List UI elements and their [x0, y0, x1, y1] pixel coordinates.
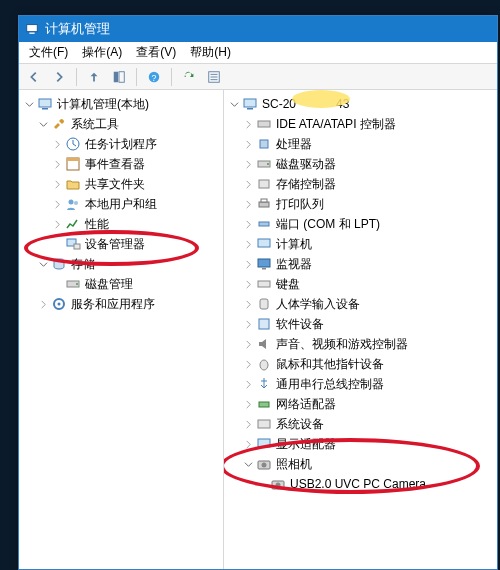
- chevron-right-icon[interactable]: [242, 198, 254, 210]
- tree-label: 通用串行总线控制器: [276, 376, 384, 393]
- device-cameras[interactable]: 照相机: [226, 454, 495, 474]
- chevron-right-icon[interactable]: [242, 318, 254, 330]
- device-storage-controllers[interactable]: 存储控制器: [226, 174, 495, 194]
- tree-label: USB2.0 UVC PC Camera: [290, 477, 426, 491]
- tree-task-scheduler[interactable]: 任务计划程序: [21, 134, 221, 154]
- device-print-queues[interactable]: 打印队列: [226, 194, 495, 214]
- device-network-adapters[interactable]: 网络适配器: [226, 394, 495, 414]
- help-icon[interactable]: ?: [143, 67, 165, 87]
- sound-icon: [256, 336, 272, 352]
- chevron-right-icon[interactable]: [242, 338, 254, 350]
- tree-label: 打印队列: [276, 196, 324, 213]
- tree-shared-folders[interactable]: 共享文件夹: [21, 174, 221, 194]
- chevron-right-icon[interactable]: [51, 138, 63, 150]
- clock-icon: [65, 136, 81, 152]
- chevron-right-icon[interactable]: [242, 378, 254, 390]
- svg-rect-38: [260, 299, 268, 309]
- tree-label: 存储: [71, 256, 95, 273]
- chevron-right-icon[interactable]: [51, 178, 63, 190]
- device-ports[interactable]: 端口 (COM 和 LPT): [226, 214, 495, 234]
- chevron-right-icon[interactable]: [242, 398, 254, 410]
- device-manager-icon: [65, 236, 81, 252]
- menu-file[interactable]: 文件(F): [23, 42, 74, 63]
- software-device-icon: [256, 316, 272, 332]
- tree-system-tools[interactable]: 系统工具: [21, 114, 221, 134]
- svg-rect-32: [261, 199, 267, 202]
- device-keyboards[interactable]: 键盘: [226, 274, 495, 294]
- menu-view[interactable]: 查看(V): [130, 42, 182, 63]
- chevron-down-icon[interactable]: [37, 118, 49, 130]
- tools-icon: [51, 116, 67, 132]
- device-computer[interactable]: 计算机: [226, 234, 495, 254]
- chevron-down-icon[interactable]: [242, 458, 254, 470]
- show-hide-tree-icon[interactable]: [108, 67, 130, 87]
- usb-icon: [256, 376, 272, 392]
- chevron-right-icon[interactable]: [242, 138, 254, 150]
- tree-device-manager[interactable]: 设备管理器: [21, 234, 221, 254]
- titlebar[interactable]: 计算机管理: [19, 16, 497, 42]
- chevron-down-icon[interactable]: [23, 98, 35, 110]
- refresh-icon[interactable]: [178, 67, 200, 87]
- properties-icon[interactable]: [203, 67, 225, 87]
- separator: [76, 68, 77, 86]
- tree-root-computer-management[interactable]: 计算机管理(本地): [21, 94, 221, 114]
- tree-disk-management[interactable]: 磁盘管理: [21, 274, 221, 294]
- chevron-right-icon[interactable]: [51, 218, 63, 230]
- tree-label: 声音、视频和游戏控制器: [276, 336, 408, 353]
- device-processors[interactable]: 处理器: [226, 134, 495, 154]
- svg-rect-1: [29, 33, 34, 34]
- device-sound-video-game[interactable]: 声音、视频和游戏控制器: [226, 334, 495, 354]
- tree-performance[interactable]: 性能: [21, 214, 221, 234]
- device-tree-pane[interactable]: SC-20 43 IDE ATA/ATAPI 控制器 处理器 磁盘驱动器 存储控…: [224, 90, 497, 569]
- chevron-right-icon[interactable]: [242, 278, 254, 290]
- chevron-right-icon[interactable]: [242, 178, 254, 190]
- device-hid[interactable]: 人体学输入设备: [226, 294, 495, 314]
- device-disk-drives[interactable]: 磁盘驱动器: [226, 154, 495, 174]
- forward-icon[interactable]: [48, 67, 70, 87]
- menu-help[interactable]: 帮助(H): [184, 42, 237, 63]
- camera-icon: [270, 476, 286, 492]
- console-tree-pane[interactable]: 计算机管理(本地) 系统工具 任务计划程序 事件查看器: [19, 90, 224, 569]
- menu-action[interactable]: 操作(A): [76, 42, 128, 63]
- tree-services-apps[interactable]: 服务和应用程序: [21, 294, 221, 314]
- chevron-right-icon[interactable]: [242, 218, 254, 230]
- device-ide-controllers[interactable]: IDE ATA/ATAPI 控制器: [226, 114, 495, 134]
- chevron-right-icon[interactable]: [242, 358, 254, 370]
- device-usb-controllers[interactable]: 通用串行总线控制器: [226, 374, 495, 394]
- device-system-devices[interactable]: 系统设备: [226, 414, 495, 434]
- svg-point-23: [58, 303, 61, 306]
- chevron-right-icon[interactable]: [51, 158, 63, 170]
- chevron-right-icon[interactable]: [242, 298, 254, 310]
- printer-icon: [256, 196, 272, 212]
- tree-label: 键盘: [276, 276, 300, 293]
- chevron-right-icon[interactable]: [242, 418, 254, 430]
- chevron-down-icon[interactable]: [228, 98, 240, 110]
- svg-rect-30: [259, 180, 269, 188]
- chevron-down-icon[interactable]: [37, 258, 49, 270]
- device-usb-uvc-camera[interactable]: USB2.0 UVC PC Camera: [226, 474, 495, 494]
- device-root-computer[interactable]: SC-20 43: [226, 94, 495, 114]
- chevron-right-icon[interactable]: [242, 118, 254, 130]
- tree-label: 显示适配器: [276, 436, 336, 453]
- tree-storage[interactable]: 存储: [21, 254, 221, 274]
- blank-twisty: [256, 478, 268, 490]
- tree-event-viewer[interactable]: 事件查看器: [21, 154, 221, 174]
- device-software-devices[interactable]: 软件设备: [226, 314, 495, 334]
- chevron-right-icon[interactable]: [242, 238, 254, 250]
- chevron-right-icon[interactable]: [51, 198, 63, 210]
- tree-label: 照相机: [276, 456, 312, 473]
- device-display-adapters[interactable]: 显示适配器: [226, 434, 495, 454]
- up-icon[interactable]: [83, 67, 105, 87]
- back-icon[interactable]: [23, 67, 45, 87]
- svg-point-15: [69, 200, 74, 205]
- chevron-right-icon[interactable]: [242, 258, 254, 270]
- chevron-right-icon[interactable]: [242, 438, 254, 450]
- tree-label: 鼠标和其他指针设备: [276, 356, 384, 373]
- cpu-icon: [256, 136, 272, 152]
- device-mice[interactable]: 鼠标和其他指针设备: [226, 354, 495, 374]
- svg-rect-25: [247, 108, 253, 110]
- device-monitors[interactable]: 监视器: [226, 254, 495, 274]
- tree-local-users-groups[interactable]: 本地用户和组: [21, 194, 221, 214]
- chevron-right-icon[interactable]: [37, 298, 49, 310]
- chevron-right-icon[interactable]: [242, 158, 254, 170]
